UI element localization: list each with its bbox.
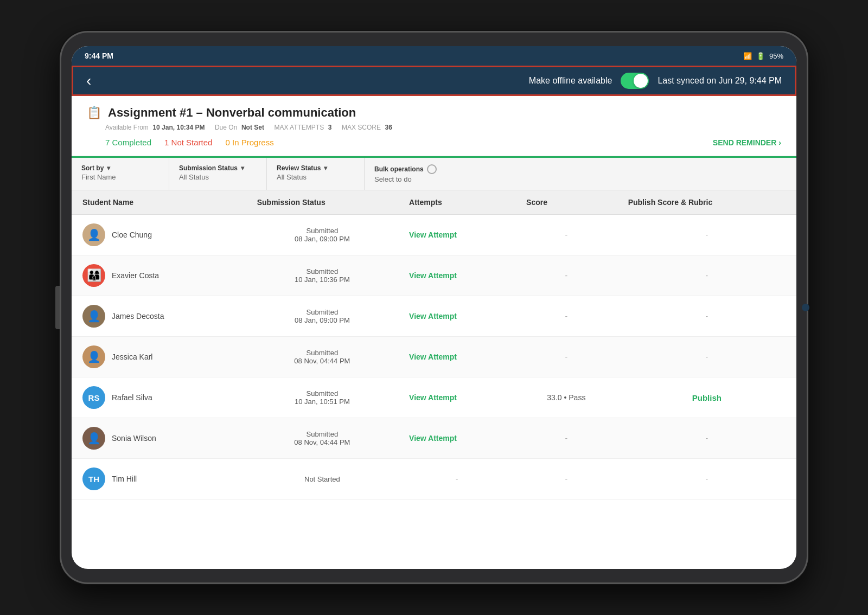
student-name: Exavier Costa — [112, 271, 159, 280]
score-cell: - — [515, 459, 617, 499]
submission-status-cell: Submitted08 Jan, 09:00 PM — [246, 296, 398, 337]
publish-cell: - — [617, 215, 796, 255]
col-submission-status: Submission Status — [246, 190, 398, 215]
student-name: James Decosta — [112, 312, 164, 321]
view-attempt-button[interactable]: View Attempt — [398, 255, 515, 296]
bulk-operations-value: Select to do — [374, 175, 452, 183]
wifi-icon: 📶 — [743, 52, 752, 60]
table-row: RS Rafael Silva Submitted10 Jan, 10:51 P… — [72, 377, 796, 418]
publish-button[interactable]: Publish — [617, 377, 796, 418]
status-icons: 📶 🔋 95% — [743, 52, 783, 60]
submission-status-label: Submission Status ▾ — [179, 164, 257, 172]
sync-text: Last synced on Jun 29, 9:44 PM — [658, 76, 782, 86]
col-student-name: Student Name — [72, 190, 246, 215]
col-score: Score — [515, 190, 617, 215]
student-name: Sonia Wilson — [112, 434, 156, 443]
student-name: Jessica Karl — [112, 353, 152, 361]
student-name-cell: TH Tim Hill — [72, 459, 246, 499]
chevron-right-icon: › — [778, 138, 781, 147]
max-score: 36 — [385, 124, 392, 131]
avatar: 👤 — [82, 223, 105, 246]
review-status-arrow: ▾ — [324, 164, 327, 172]
submission-status-cell: Submitted08 Nov, 04:44 PM — [246, 418, 398, 459]
table-container: Student Name Submission Status Attempts … — [72, 190, 796, 569]
student-name-cell: 👤 Cloe Chung — [72, 215, 246, 255]
avatar: 👤 — [82, 427, 105, 450]
view-attempt-button[interactable]: View Attempt — [398, 377, 515, 418]
submission-status-value: All Status — [179, 173, 257, 181]
view-attempt-button[interactable]: View Attempt — [398, 215, 515, 255]
stat-not-started: 1 Not Started — [164, 138, 212, 147]
submission-status-filter[interactable]: Submission Status ▾ All Status — [169, 158, 267, 190]
offline-label: Make offline available — [529, 76, 612, 86]
score-cell: - — [515, 296, 617, 337]
table-row: 👨‍👩‍👦 Exavier Costa Submitted10 Jan, 10:… — [72, 255, 796, 296]
students-table: Student Name Submission Status Attempts … — [72, 190, 796, 499]
nav-bar: ‹ Make offline available Last synced on … — [72, 66, 796, 96]
bulk-operations-filter[interactable]: Bulk operations Select to do — [365, 158, 462, 190]
sort-by-value: First Name — [81, 173, 159, 181]
publish-cell: - — [617, 296, 796, 337]
stat-completed: 7 Completed — [105, 138, 151, 147]
score-cell: - — [515, 418, 617, 459]
submission-status-cell: Submitted08 Jan, 09:00 PM — [246, 215, 398, 255]
review-status-value: All Status — [277, 173, 354, 181]
bulk-radio[interactable] — [427, 164, 437, 174]
table-header-row: Student Name Submission Status Attempts … — [72, 190, 796, 215]
status-bar: 9:44 PM 📶 🔋 95% — [72, 46, 796, 66]
back-button[interactable]: ‹ — [86, 73, 91, 88]
avatar: 👨‍👩‍👦 — [82, 264, 105, 287]
nav-left: ‹ — [86, 73, 91, 88]
offline-toggle[interactable] — [621, 73, 649, 89]
filters-row: Sort by ▾ First Name Submission Status ▾… — [72, 158, 796, 190]
table-row: 👤 Cloe Chung Submitted08 Jan, 09:00 PM V… — [72, 215, 796, 255]
publish-cell: - — [617, 255, 796, 296]
nav-right: Make offline available Last synced on Ju… — [529, 73, 782, 89]
student-name-cell: 👨‍👩‍👦 Exavier Costa — [72, 255, 246, 296]
avatar: 👤 — [82, 345, 105, 368]
available-from: 10 Jan, 10:34 PM — [152, 124, 205, 131]
table-row: 👤 James Decosta Submitted08 Jan, 09:00 P… — [72, 296, 796, 337]
right-indicator — [802, 304, 809, 311]
sort-by-arrow: ▾ — [107, 164, 110, 172]
assignment-meta: Available From 10 Jan, 10:34 PM Due On N… — [105, 123, 781, 131]
battery-icon: 🔋 — [756, 52, 765, 60]
score-cell: - — [515, 255, 617, 296]
review-status-filter[interactable]: Review Status ▾ All Status — [267, 158, 365, 190]
side-button — [55, 286, 60, 329]
student-name-cell: 👤 James Decosta — [72, 296, 246, 337]
submission-status-arrow: ▾ — [241, 164, 244, 172]
tablet-screen: 9:44 PM 📶 🔋 95% ‹ Make offline available… — [72, 46, 796, 569]
publish-cell: - — [617, 459, 796, 499]
assignment-header: 📋 Assignment #1 – Nonverbal communicatio… — [72, 96, 796, 156]
publish-cell: - — [617, 418, 796, 459]
view-attempt-button[interactable]: View Attempt — [398, 337, 515, 377]
publish-cell: - — [617, 337, 796, 377]
sort-by-filter[interactable]: Sort by ▾ First Name — [72, 158, 169, 190]
stats-left: 7 Completed 1 Not Started 0 In Progress — [105, 138, 274, 147]
student-name-cell: 👤 Jessica Karl — [72, 337, 246, 377]
score-cell: - — [515, 215, 617, 255]
col-publish: Publish Score & Rubric — [617, 190, 796, 215]
sort-by-label: Sort by ▾ — [81, 164, 159, 172]
table-row: TH Tim Hill Not Started - - - — [72, 459, 796, 499]
stat-in-progress: 0 In Progress — [225, 138, 273, 147]
send-reminder-button[interactable]: SEND REMINDER › — [713, 138, 781, 147]
avatar: TH — [82, 467, 105, 490]
battery-pct: 95% — [769, 52, 783, 60]
student-name-cell: RS Rafael Silva — [72, 377, 246, 418]
bulk-operations-label: Bulk operations — [374, 164, 452, 174]
avatar: RS — [82, 386, 105, 409]
submission-status-cell: Submitted10 Jan, 10:51 PM — [246, 377, 398, 418]
score-cell: - — [515, 337, 617, 377]
assignment-icon: 📋 — [87, 106, 101, 120]
view-attempt-button[interactable]: View Attempt — [398, 296, 515, 337]
status-time: 9:44 PM — [85, 52, 113, 60]
student-name: Cloe Chung — [112, 230, 152, 239]
avatar: 👤 — [82, 305, 105, 328]
assignment-title-row: 📋 Assignment #1 – Nonverbal communicatio… — [87, 106, 781, 120]
submission-status-cell: Submitted10 Jan, 10:36 PM — [246, 255, 398, 296]
assignment-title: Assignment #1 – Nonverbal communication — [108, 106, 356, 120]
view-attempt-button[interactable]: View Attempt — [398, 418, 515, 459]
student-name-cell: 👤 Sonia Wilson — [72, 418, 246, 459]
